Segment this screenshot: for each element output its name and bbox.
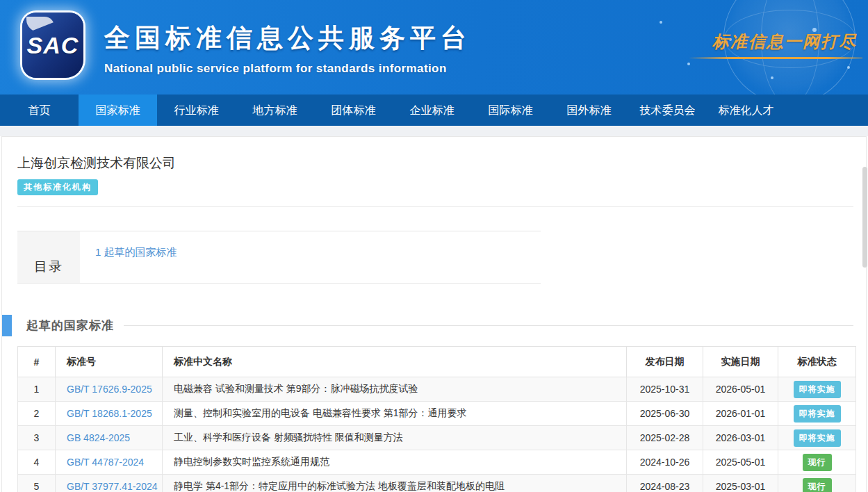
table-header-row: #标准号标准中文名称发布日期实施日期标准状态	[18, 347, 856, 377]
implement-date: 2025-03-01	[703, 475, 778, 492]
row-index: 5	[18, 475, 56, 492]
standard-code-cell: GB/T 37977.41-2024	[56, 475, 163, 492]
table-column-header: 实施日期	[703, 347, 778, 377]
table-row: 3GB 4824-2025工业、科学和医疗设备 射频骚扰特性 限值和测量方法20…	[18, 426, 856, 450]
standards-table-body: 1GB/T 17626.9-2025电磁兼容 试验和测量技术 第9部分：脉冲磁场…	[18, 377, 856, 492]
sac-logo[interactable]: SAC	[22, 13, 83, 78]
standard-name: 静电学 第4-1部分：特定应用中的标准试验方法 地板覆盖层和装配地板的电阻	[163, 475, 627, 492]
site-title-cn: 全国标准信息公共服务平台	[104, 21, 471, 56]
slogan: 标准信息一网打尽	[689, 31, 862, 59]
section-marker	[2, 315, 12, 336]
site-titles: 全国标准信息公共服务平台 National public service pla…	[104, 21, 471, 76]
standard-code-cell: GB/T 17626.9-2025	[56, 377, 163, 402]
table-column-header: 发布日期	[627, 347, 703, 377]
standards-table: #标准号标准中文名称发布日期实施日期标准状态 1GB/T 17626.9-202…	[17, 346, 856, 492]
table-row: 2GB/T 18268.1-2025测量、控制和实验室用的电设备 电磁兼容性要求…	[18, 402, 856, 426]
slogan-underline	[689, 57, 862, 59]
row-index: 4	[18, 450, 56, 475]
nav-item-国外标准[interactable]: 国外标准	[550, 95, 628, 126]
nav-item-首页[interactable]: 首页	[0, 95, 79, 126]
nav-item-国际标准[interactable]: 国际标准	[471, 95, 550, 126]
table-row: 5GB/T 37977.41-2024静电学 第4-1部分：特定应用中的标准试验…	[18, 475, 856, 492]
implement-date: 2025-05-01	[703, 450, 778, 475]
status-badge[interactable]: 即将实施	[794, 381, 841, 398]
status-badge[interactable]: 即将实施	[794, 405, 841, 423]
nav-item-技术委员会[interactable]: 技术委员会	[628, 95, 707, 126]
main-nav: 首页国家标准行业标准地方标准团体标准企业标准国际标准国外标准技术委员会标准化人才	[0, 95, 868, 126]
standard-code-cell: GB/T 44787-2024	[56, 450, 163, 475]
nav-item-标准化人才[interactable]: 标准化人才	[707, 95, 785, 126]
table-row: 1GB/T 17626.9-2025电磁兼容 试验和测量技术 第9部分：脉冲磁场…	[18, 377, 856, 402]
section-title: 起草的国家标准	[26, 318, 114, 334]
status-cell: 即将实施	[778, 426, 856, 450]
row-index: 2	[18, 402, 56, 426]
publish-date: 2025-02-28	[627, 426, 703, 450]
table-column-header: 标准号	[56, 347, 163, 377]
standard-code-link[interactable]: GB/T 18268.1-2025	[67, 408, 152, 419]
table-row: 4GB/T 44787-2024静电控制参数实时监控系统通用规范2024-10-…	[18, 450, 856, 475]
content-card: 上海创京检测技术有限公司 其他标准化机构 目录 1 起草的国家标准 起草的国家标…	[1, 136, 867, 492]
status-cell: 即将实施	[778, 377, 856, 402]
org-type-badge: 其他标准化机构	[17, 179, 98, 195]
implement-date: 2026-05-01	[703, 377, 778, 402]
standard-name: 测量、控制和实验室用的电设备 电磁兼容性要求 第1部分：通用要求	[163, 402, 627, 426]
standard-code-link[interactable]: GB/T 44787-2024	[67, 457, 144, 468]
implement-date: 2026-03-01	[703, 426, 778, 450]
status-cell: 现行	[778, 450, 856, 475]
slogan-text: 标准信息一网打尽	[689, 31, 862, 53]
page-background-gap	[0, 126, 868, 136]
standard-code-link[interactable]: GB/T 37977.41-2024	[67, 481, 158, 492]
standard-code-link[interactable]: GB 4824-2025	[67, 432, 130, 443]
row-index: 3	[18, 426, 56, 450]
nav-item-行业标准[interactable]: 行业标准	[157, 95, 236, 126]
catalog-body: 1 起草的国家标准	[80, 231, 541, 283]
row-index: 1	[18, 377, 56, 402]
publish-date: 2025-10-31	[627, 377, 703, 402]
sac-logo-text: SAC	[27, 32, 79, 59]
nav-item-地方标准[interactable]: 地方标准	[236, 95, 314, 126]
standard-name: 静电控制参数实时监控系统通用规范	[163, 450, 627, 475]
catalog-label: 目录	[17, 231, 80, 283]
table-column-header: 标准状态	[778, 347, 856, 377]
publish-date: 2024-08-23	[627, 475, 703, 492]
site-header: SAC 全国标准信息公共服务平台 National public service…	[0, 0, 868, 95]
vertical-scrollbar[interactable]	[862, 167, 867, 268]
section-rule	[124, 325, 853, 326]
table-column-header: #	[18, 347, 56, 377]
status-cell: 现行	[778, 475, 856, 492]
standard-code-cell: GB/T 18268.1-2025	[56, 402, 163, 426]
implement-date: 2026-01-01	[703, 402, 778, 426]
standard-name: 工业、科学和医疗设备 射频骚扰特性 限值和测量方法	[163, 426, 627, 450]
standards-table-head: #标准号标准中文名称发布日期实施日期标准状态	[18, 347, 856, 377]
nav-item-企业标准[interactable]: 企业标准	[393, 95, 471, 126]
status-badge[interactable]: 即将实施	[794, 429, 841, 447]
standard-name: 电磁兼容 试验和测量技术 第9部分：脉冲磁场抗扰度试验	[163, 377, 627, 402]
publish-date: 2024-10-26	[627, 450, 703, 475]
nav-item-团体标准[interactable]: 团体标准	[314, 95, 393, 126]
catalog-link-drafted-standards[interactable]: 1 起草的国家标准	[95, 246, 177, 258]
section-header: 起草的国家标准	[2, 314, 866, 336]
divider	[17, 206, 853, 207]
standard-code-cell: GB 4824-2025	[56, 426, 163, 450]
status-badge[interactable]: 现行	[803, 454, 832, 471]
publish-date: 2025-06-30	[627, 402, 703, 426]
catalog-box: 目录 1 起草的国家标准	[17, 231, 541, 284]
nav-item-国家标准[interactable]: 国家标准	[79, 95, 157, 126]
standard-code-link[interactable]: GB/T 17626.9-2025	[67, 384, 152, 395]
status-cell: 即将实施	[778, 402, 856, 426]
site-title-en: National public service platform for sta…	[104, 62, 471, 76]
status-badge[interactable]: 现行	[803, 478, 832, 492]
table-column-header: 标准中文名称	[163, 347, 627, 377]
org-name: 上海创京检测技术有限公司	[17, 154, 866, 172]
